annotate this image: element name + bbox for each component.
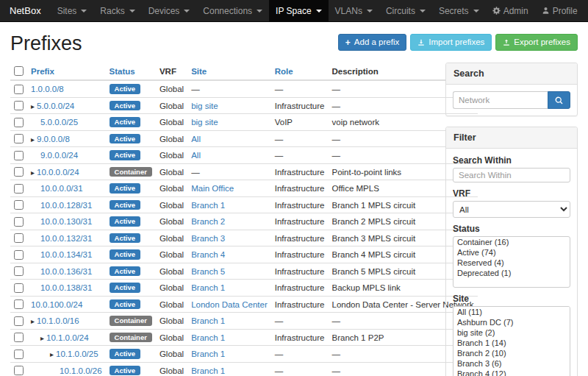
- nav-connections[interactable]: Connections: [196, 0, 269, 21]
- row-checkbox[interactable]: [14, 200, 24, 210]
- prefix-link[interactable]: 10.0.0.130/31: [40, 217, 92, 226]
- nav-circuits[interactable]: Circuits: [379, 0, 432, 21]
- prefix-link[interactable]: 10.0.0.128/31: [40, 201, 92, 210]
- nav-sites[interactable]: Sites: [51, 0, 94, 21]
- select-option[interactable]: Branch 4 (12): [453, 369, 570, 376]
- prefix-link[interactable]: 10.1.0.0/25: [56, 350, 98, 358]
- row-checkbox[interactable]: [14, 217, 24, 227]
- site-link[interactable]: big site: [191, 118, 218, 127]
- row-checkbox[interactable]: [14, 85, 24, 94]
- site-select[interactable]: All (11)Ashburn DC (7)big site (2)Branch…: [453, 306, 570, 376]
- select-all-checkbox[interactable]: [14, 66, 24, 76]
- nav-racks[interactable]: Racks: [93, 0, 141, 21]
- site-cell: Branch 5: [187, 263, 271, 280]
- site-link[interactable]: Branch 1: [191, 316, 225, 325]
- nav-profile[interactable]: Profile: [535, 0, 584, 21]
- site-cell: big site: [187, 97, 271, 114]
- status-badge: Active: [110, 134, 141, 144]
- row-checkbox[interactable]: [14, 184, 24, 194]
- nav-devices[interactable]: Devices: [142, 0, 197, 21]
- import-prefixes-button[interactable]: Import prefixes: [410, 34, 492, 51]
- select-option[interactable]: Deprecated (1): [453, 268, 570, 278]
- prefix-link[interactable]: 10.0.0.132/31: [40, 234, 92, 243]
- export-prefixes-button[interactable]: Export prefixes: [495, 34, 578, 51]
- site-cell: Branch 3: [187, 230, 271, 246]
- row-checkbox[interactable]: [14, 283, 24, 293]
- select-option[interactable]: Branch 3 (6): [453, 358, 570, 369]
- row-checkbox[interactable]: [14, 316, 24, 326]
- add-prefix-label: Add a prefix: [354, 37, 399, 48]
- select-option[interactable]: Ashburn DC (7): [453, 317, 570, 327]
- sort-prefix-column[interactable]: Prefix: [31, 67, 54, 76]
- nav-ip-space[interactable]: IP Space: [269, 0, 328, 21]
- status-select[interactable]: Container (16)Active (74)Reserved (4)Dep…: [453, 236, 570, 288]
- search-button[interactable]: [548, 91, 570, 109]
- nav-admin[interactable]: Admin: [486, 0, 535, 21]
- prefix-link[interactable]: 10.0.0.138/31: [40, 283, 92, 292]
- site-link[interactable]: All: [191, 135, 201, 143]
- site-link[interactable]: Branch 1: [191, 201, 225, 210]
- chevron-down-icon: [257, 10, 262, 13]
- site-link[interactable]: Main Office: [191, 184, 234, 193]
- select-option[interactable]: Branch 2 (10): [453, 348, 570, 358]
- search-input[interactable]: [453, 91, 548, 109]
- prefix-link[interactable]: 10.1.0.0/26: [60, 366, 102, 375]
- site-link[interactable]: big site: [191, 102, 218, 110]
- prefix-link[interactable]: 10.0.0.134/31: [40, 250, 92, 259]
- nav-secrets[interactable]: Secrets: [432, 0, 486, 21]
- row-checkbox[interactable]: [14, 350, 24, 359]
- prefix-link[interactable]: 5.0.0.0/25: [40, 118, 78, 127]
- prefix-link[interactable]: 9.0.0.0/8: [37, 135, 70, 143]
- prefix-link[interactable]: 10.1.0.0/24: [46, 333, 89, 342]
- vrf-select[interactable]: All: [453, 201, 570, 218]
- prefix-link[interactable]: 10.0.0.0/31: [40, 184, 83, 193]
- site-link[interactable]: Branch 4: [191, 250, 225, 259]
- prefix-link[interactable]: 10.0.0.136/31: [40, 267, 92, 276]
- sort-site-column[interactable]: Site: [191, 67, 207, 76]
- add-prefix-button[interactable]: + Add a prefix: [338, 34, 406, 51]
- prefix-link[interactable]: 10.0.100.0/24: [31, 300, 82, 309]
- site-link[interactable]: Branch 1: [191, 350, 225, 358]
- row-checkbox[interactable]: [14, 134, 24, 143]
- row-checkbox[interactable]: [14, 233, 24, 243]
- row-checkbox[interactable]: [14, 167, 24, 177]
- expand-arrow: ▸: [31, 317, 35, 325]
- nav-vlans[interactable]: VLANs: [329, 0, 379, 21]
- select-option[interactable]: big site (2): [453, 327, 570, 338]
- row-checkbox[interactable]: [14, 250, 24, 260]
- row-checkbox[interactable]: [14, 333, 24, 342]
- site-link[interactable]: Branch 3: [191, 234, 225, 243]
- site-link[interactable]: Branch 5: [191, 267, 225, 276]
- prefix-link[interactable]: 10.1.0.0/16: [37, 316, 79, 325]
- site-link[interactable]: Branch 1: [191, 333, 225, 342]
- select-option[interactable]: Container (16): [453, 237, 570, 247]
- site-link[interactable]: Branch 1: [191, 366, 225, 375]
- select-option[interactable]: Reserved (4): [453, 258, 570, 268]
- prefix-link[interactable]: 1.0.0.0/8: [31, 85, 64, 93]
- app-brand[interactable]: NetBox: [0, 0, 51, 21]
- site-link[interactable]: London Data Center: [191, 300, 268, 309]
- prefix-link[interactable]: 10.0.0.0/24: [37, 168, 79, 177]
- prefix-link[interactable]: 9.0.0.0/24: [40, 151, 78, 160]
- vrf-cell: Global: [156, 80, 187, 97]
- sort-role-column[interactable]: Role: [275, 67, 293, 76]
- select-option[interactable]: Branch 1 (14): [453, 338, 570, 348]
- row-checkbox[interactable]: [14, 299, 24, 309]
- row-checkbox[interactable]: [14, 266, 24, 276]
- nav-logout[interactable]: Log out: [584, 0, 588, 21]
- search-within-input[interactable]: [453, 168, 570, 182]
- select-option[interactable]: All (11): [453, 307, 570, 317]
- site-link[interactable]: All: [191, 151, 201, 160]
- sort-status-column[interactable]: Status: [110, 67, 135, 76]
- site-filter-label: Site: [453, 294, 570, 304]
- site-link[interactable]: Branch 1: [191, 283, 225, 292]
- row-checkbox[interactable]: [14, 366, 24, 375]
- site-link[interactable]: Branch 2: [191, 217, 225, 226]
- select-option[interactable]: Active (74): [453, 247, 570, 258]
- prefix-link[interactable]: 5.0.0.0/24: [37, 102, 74, 110]
- status-badge: Active: [110, 84, 141, 94]
- row-checkbox[interactable]: [14, 118, 24, 127]
- row-checkbox[interactable]: [14, 151, 24, 160]
- vrf-cell: Global: [156, 147, 187, 164]
- row-checkbox[interactable]: [14, 101, 24, 110]
